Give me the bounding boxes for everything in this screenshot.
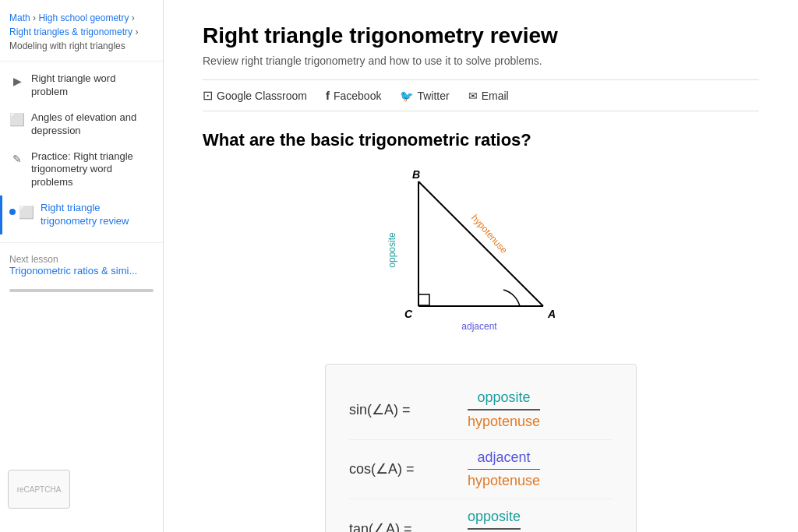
- share-google-classroom[interactable]: ⊡ Google Classroom: [203, 88, 307, 103]
- lesson-icon: ⬜: [9, 112, 25, 128]
- recaptcha-widget: reCAPTCHA: [8, 470, 70, 509]
- svg-text:adjacent: adjacent: [461, 321, 497, 332]
- breadcrumb-right-triangles[interactable]: Right triangles & trigonometry: [9, 26, 132, 37]
- twitter-label: Twitter: [417, 90, 449, 102]
- pencil-icon: ✎: [9, 151, 25, 167]
- sidebar-item-practice[interactable]: ✎ Practice: Right triangle trigonometry …: [0, 144, 163, 196]
- next-lesson-section: Next lesson Trigonometric ratios & simi.…: [0, 242, 163, 283]
- breadcrumb-geometry[interactable]: High school geometry: [38, 12, 129, 23]
- main-content: Right triangle trigonometry review Revie…: [164, 0, 798, 532]
- cos-frac-line: [468, 469, 540, 470]
- sidebar-item-active-label: Right triangle trigonometry review: [41, 202, 154, 228]
- formula-tan: tan(∠A) = opposite adjacent: [349, 499, 613, 532]
- share-facebook[interactable]: f Facebook: [326, 89, 381, 102]
- breadcrumb-current: Modeling with right triangles: [9, 41, 125, 51]
- formulas-table: sin(∠A) = opposite hypotenuse cos(∠A) = …: [325, 364, 637, 532]
- email-label: Email: [482, 90, 509, 102]
- google-classroom-label: Google Classroom: [217, 90, 307, 102]
- sidebar-item-label: Practice: Right triangle trigonometry wo…: [31, 150, 154, 190]
- sin-numerator: opposite: [478, 389, 531, 406]
- svg-text:C: C: [404, 308, 413, 320]
- breadcrumb: Math › High school geometry › Right tria…: [0, 0, 163, 62]
- formula-cos-frac: adjacent hypotenuse: [468, 449, 540, 490]
- formula-sin-lhs: sin(∠A) =: [349, 401, 458, 418]
- svg-rect-3: [418, 294, 429, 305]
- breadcrumb-math[interactable]: Math: [9, 12, 30, 23]
- sidebar-item-angles[interactable]: ⬜ Angles of elevation and depression: [0, 105, 163, 144]
- svg-text:B: B: [412, 168, 420, 181]
- sidebar-scrollbar[interactable]: [9, 289, 154, 292]
- svg-text:hypotenuse: hypotenuse: [469, 213, 510, 256]
- share-twitter[interactable]: 🐦 Twitter: [400, 90, 449, 102]
- twitter-icon: 🐦: [400, 90, 413, 102]
- sin-frac-line: [468, 409, 540, 410]
- sidebar-list: ▶ Right triangle word problem ⬜ Angles o…: [0, 66, 163, 234]
- tan-frac-line: [468, 528, 521, 530]
- svg-line-2: [418, 181, 543, 306]
- formula-sin: sin(∠A) = opposite hypotenuse: [349, 380, 613, 440]
- share-email[interactable]: ✉ Email: [468, 90, 509, 102]
- formula-tan-frac: opposite adjacent: [468, 509, 521, 532]
- active-dot: [9, 209, 16, 215]
- formula-cos: cos(∠A) = adjacent hypotenuse: [349, 440, 613, 500]
- section-heading: What are the basic trigonometric ratios?: [203, 130, 759, 150]
- sidebar-item-label: Angles of elevation and depression: [31, 111, 154, 138]
- sidebar: Math › High school geometry › Right tria…: [0, 0, 164, 532]
- facebook-label: Facebook: [334, 90, 381, 102]
- page-subtitle: Review right triangle trigonometry and h…: [203, 55, 759, 67]
- tan-numerator: opposite: [468, 509, 521, 525]
- facebook-icon: f: [326, 89, 330, 102]
- cos-denominator: hypotenuse: [468, 473, 540, 489]
- svg-text:opposite: opposite: [387, 232, 397, 268]
- sidebar-item-word-problem[interactable]: ▶ Right triangle word problem: [0, 66, 163, 105]
- share-bar: ⊡ Google Classroom f Facebook 🐦 Twitter …: [203, 79, 759, 111]
- svg-text:A: A: [547, 308, 556, 320]
- google-classroom-icon: ⊡: [203, 88, 213, 103]
- sin-denominator: hypotenuse: [468, 414, 540, 430]
- formula-tan-lhs: tan(∠A) =: [349, 520, 458, 532]
- next-lesson-label: Next lesson: [9, 254, 154, 265]
- email-icon: ✉: [468, 90, 478, 102]
- sidebar-item-trig-review[interactable]: ⬜ Right triangle trigonometry review: [0, 196, 163, 234]
- page-title: Right triangle trigonometry review: [203, 23, 759, 48]
- cos-numerator: adjacent: [478, 449, 531, 466]
- play-icon: ▶: [9, 73, 25, 89]
- formula-sin-frac: opposite hypotenuse: [468, 389, 540, 430]
- triangle-diagram: B C A opposite hypotenuse adjacent: [372, 166, 590, 340]
- next-lesson-link[interactable]: Trigonometric ratios & simi...: [9, 265, 154, 277]
- formula-cos-lhs: cos(∠A) =: [349, 460, 458, 477]
- sidebar-item-label: Right triangle word problem: [31, 72, 154, 99]
- lesson-active-icon: ⬜: [19, 204, 34, 220]
